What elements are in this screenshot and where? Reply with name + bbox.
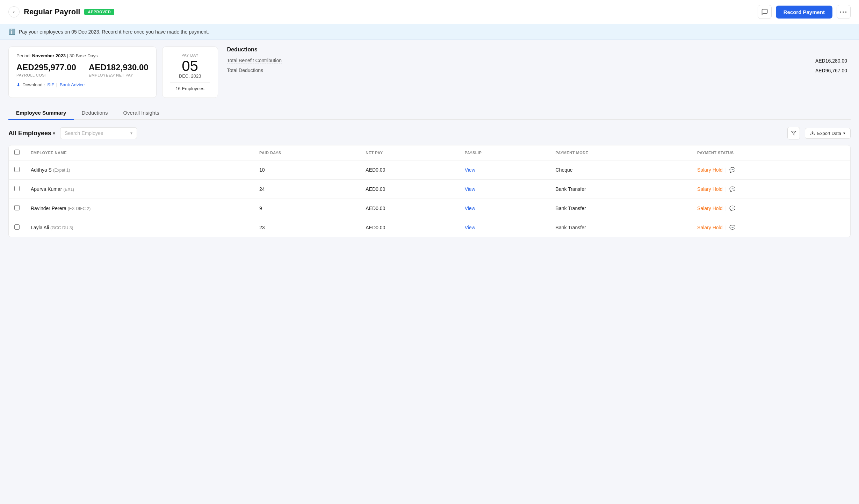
status-chat-icon[interactable]: 💬 — [729, 167, 735, 173]
payslip-cell[interactable]: View — [459, 160, 550, 180]
net-pay-value: AED0.00 — [366, 225, 385, 230]
col-employee-name: EMPLOYEE NAME — [25, 145, 254, 160]
message-button[interactable] — [758, 5, 772, 19]
payslip-view-link[interactable]: View — [465, 225, 475, 230]
employee-tag: (Expat 1) — [53, 168, 70, 173]
salary-hold-text: Salary Hold — [697, 167, 722, 173]
benefit-contribution-row: Total Benefit Contribution AED16,280.00 — [227, 58, 847, 64]
status-chat-icon[interactable]: 💬 — [729, 186, 735, 192]
employees-count: 16 Employees — [170, 86, 210, 91]
payment-mode-cell: Bank Transfer — [550, 180, 692, 199]
row-checkbox[interactable] — [14, 205, 20, 210]
col-payment-status: PAYMENT STATUS — [692, 145, 850, 160]
all-employees-dropdown[interactable]: All Employees ▾ — [8, 130, 55, 137]
filter-button[interactable] — [787, 127, 800, 139]
net-pay-value: AED0.00 — [366, 167, 385, 173]
row-checkbox-cell[interactable] — [9, 199, 25, 218]
tab-employee-summary[interactable]: Employee Summary — [8, 106, 74, 120]
row-checkbox-cell[interactable] — [9, 218, 25, 237]
deductions-card: Deductions Total Benefit Contribution AE… — [224, 46, 851, 98]
more-options-button[interactable]: ··· — [837, 5, 851, 19]
benefit-contribution-label: Total Benefit Contribution — [227, 58, 282, 64]
employee-name-cell: Adithya S (Expat 1) — [25, 160, 254, 180]
net-pay-cell: AED0.00 — [360, 218, 459, 237]
svg-marker-0 — [792, 131, 796, 135]
tab-deductions[interactable]: Deductions — [74, 106, 115, 120]
payroll-cost-label: PAYROLL COST — [16, 73, 76, 77]
payslip-cell[interactable]: View — [459, 180, 550, 199]
approved-badge: APPROVED — [84, 9, 114, 15]
salary-hold-text: Salary Hold — [697, 206, 722, 211]
sif-link[interactable]: SIF — [47, 82, 54, 87]
employee-name: Apurva Kumar — [31, 186, 62, 192]
net-pay-value: AED0.00 — [366, 186, 385, 192]
message-icon — [761, 8, 768, 15]
separator: | — [67, 53, 70, 58]
status-divider: | — [725, 206, 727, 211]
tab-overall-insights[interactable]: Overall Insights — [115, 106, 167, 120]
select-all-header[interactable] — [9, 145, 25, 160]
row-checkbox-cell[interactable] — [9, 180, 25, 199]
bank-advice-link[interactable]: Bank Advice — [60, 82, 85, 87]
payslip-cell[interactable]: View — [459, 218, 550, 237]
col-payslip: PAYSLIP — [459, 145, 550, 160]
search-placeholder: Search Employee — [65, 130, 103, 136]
table-row: Adithya S (Expat 1) 10 AED0.00 View Cheq… — [9, 160, 850, 180]
table-row: Apurva Kumar (EX1) 24 AED0.00 View Bank … — [9, 180, 850, 199]
main-content: Period: November 2023 | 30 Base Days AED… — [0, 39, 859, 244]
row-checkbox[interactable] — [14, 186, 20, 191]
net-pay-value: AED182,930.00 — [89, 63, 149, 72]
payday-card: PAY DAY 05 DEC, 2023 16 Employees — [162, 46, 218, 98]
search-employee-input[interactable]: Search Employee ▾ — [60, 127, 137, 139]
employee-name: Ravinder Perera — [31, 206, 66, 211]
payslip-cell[interactable]: View — [459, 199, 550, 218]
paid-days-value: 10 — [259, 167, 265, 173]
info-icon: ℹ️ — [8, 28, 15, 35]
employee-name-cell: Layla Ali (GCC DU 3) — [25, 218, 254, 237]
status-chat-icon[interactable]: 💬 — [729, 225, 735, 230]
payday-divider — [170, 82, 210, 82]
status-divider: | — [725, 186, 727, 192]
more-icon: ··· — [840, 8, 848, 16]
salary-hold-status: Salary Hold | 💬 — [697, 206, 845, 211]
select-all-checkbox[interactable] — [14, 150, 20, 155]
back-button[interactable]: ‹ — [8, 6, 20, 17]
payment-status-cell: Salary Hold | 💬 — [692, 160, 850, 180]
all-employees-label: All Employees — [8, 130, 51, 137]
net-pay-cell: AED0.00 — [360, 180, 459, 199]
period-info: Period: November 2023 | 30 Base Days — [16, 53, 149, 58]
benefit-contribution-value: AED16,280.00 — [815, 58, 847, 64]
table-row: Layla Ali (GCC DU 3) 23 AED0.00 View Ban… — [9, 218, 850, 237]
col-net-pay: NET PAY — [360, 145, 459, 160]
employee-tag: (EX DIFC 2) — [68, 206, 91, 211]
row-checkbox[interactable] — [14, 224, 20, 230]
page-title: Regular Payroll — [24, 7, 80, 16]
export-label: Export Data — [817, 131, 841, 136]
payday-label: PAY DAY — [170, 53, 210, 57]
record-payment-button[interactable]: Record Payment — [776, 6, 832, 19]
export-button[interactable]: Export Data ▾ — [805, 128, 851, 139]
chevron-down-icon: ▾ — [53, 131, 55, 136]
payment-mode-cell: Bank Transfer — [550, 199, 692, 218]
paid-days-value: 23 — [259, 225, 265, 230]
payday-day: 05 — [170, 59, 210, 73]
payslip-view-link[interactable]: View — [465, 186, 475, 192]
chevron-down-icon: ▾ — [130, 131, 132, 136]
net-pay-value: AED0.00 — [366, 206, 385, 211]
period-label: Period: — [16, 53, 31, 58]
employee-table: EMPLOYEE NAME PAID DAYS NET PAY PAYSLIP … — [8, 145, 851, 237]
row-checkbox[interactable] — [14, 167, 20, 172]
row-checkbox-cell[interactable] — [9, 160, 25, 180]
info-banner: ℹ️ Pay your employees on 05 Dec 2023. Re… — [0, 24, 859, 39]
payslip-view-link[interactable]: View — [465, 206, 475, 211]
employee-name-cell: Ravinder Perera (EX DIFC 2) — [25, 199, 254, 218]
salary-hold-status: Salary Hold | 💬 — [697, 186, 845, 192]
period-value: November 2023 — [32, 53, 66, 58]
payslip-view-link[interactable]: View — [465, 167, 475, 173]
paid-days-value: 24 — [259, 186, 265, 192]
payment-mode-value: Cheque — [556, 167, 573, 173]
status-chat-icon[interactable]: 💬 — [729, 206, 735, 211]
table-header-row: EMPLOYEE NAME PAID DAYS NET PAY PAYSLIP … — [9, 145, 850, 160]
salary-hold-status: Salary Hold | 💬 — [697, 225, 845, 230]
tab-bar: Employee Summary Deductions Overall Insi… — [8, 106, 851, 120]
